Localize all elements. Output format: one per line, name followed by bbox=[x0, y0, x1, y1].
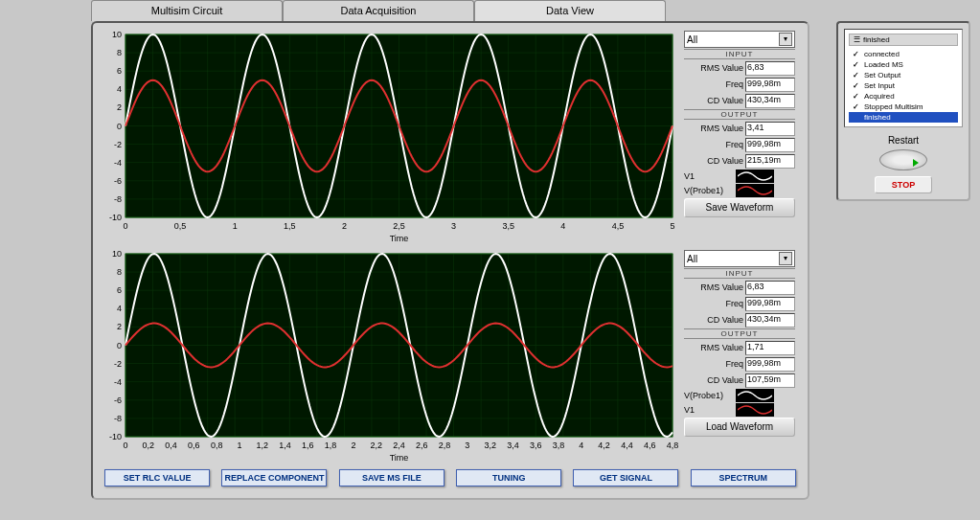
status-item[interactable]: ✓Acquired bbox=[849, 91, 958, 102]
chart2-sidepanel: All▾ INPUT RMS Value6,83 Freq999,98m CD … bbox=[682, 248, 797, 463]
svg-text:0: 0 bbox=[117, 122, 122, 131]
svg-text:2: 2 bbox=[117, 322, 122, 331]
svg-text:4: 4 bbox=[560, 221, 565, 231]
chart1-output-freq: 999,98m bbox=[745, 138, 795, 152]
restart-label: Restart bbox=[844, 135, 963, 146]
svg-text:1,6: 1,6 bbox=[302, 441, 314, 450]
svg-text:0: 0 bbox=[123, 221, 127, 231]
svg-text:2: 2 bbox=[117, 102, 122, 112]
svg-text:4: 4 bbox=[579, 441, 583, 450]
svg-text:8: 8 bbox=[117, 48, 122, 57]
svg-text:2: 2 bbox=[342, 221, 347, 231]
tuning-button[interactable]: TUNING bbox=[456, 469, 561, 486]
status-header: ☰finished bbox=[849, 34, 958, 46]
spectrum-button[interactable]: SPECTRUM bbox=[691, 469, 796, 486]
save-ms-file-button[interactable]: SAVE MS FILE bbox=[339, 469, 444, 486]
chart-1: 1086420-2-4-6-8-1000,511,522,533,544,55T… bbox=[99, 29, 678, 244]
legend-vprobe1-icon bbox=[736, 389, 774, 402]
status-item[interactable]: ✓connected bbox=[849, 49, 958, 59]
set-rlc-button[interactable]: SET RLC VALUE bbox=[104, 469, 210, 486]
chart1-input-rms: 6,83 bbox=[745, 61, 795, 76]
output-header: OUTPUT bbox=[684, 109, 795, 120]
svg-text:4,8: 4,8 bbox=[667, 441, 678, 450]
legend-v1-icon bbox=[736, 170, 774, 183]
chart-2: 1086420-2-4-6-8-1000,20,40,60,811,21,41,… bbox=[99, 248, 678, 463]
svg-text:1,8: 1,8 bbox=[325, 441, 337, 450]
chart2-output-rms: 1,71 bbox=[745, 341, 795, 355]
svg-text:-10: -10 bbox=[109, 213, 122, 222]
chart2-input-cd: 430,34m bbox=[745, 313, 795, 328]
svg-text:4,6: 4,6 bbox=[644, 441, 656, 450]
chart2-input-rms: 6,83 bbox=[745, 281, 795, 295]
tab-multisim[interactable]: Multisim Circuit bbox=[91, 0, 283, 21]
legend-v1-icon bbox=[736, 403, 774, 417]
status-item[interactable]: ✓Loaded MS bbox=[849, 59, 958, 70]
svg-text:-8: -8 bbox=[114, 414, 122, 423]
status-item[interactable]: ✓Set Output bbox=[849, 70, 958, 80]
svg-text:-8: -8 bbox=[114, 194, 122, 204]
svg-text:-2: -2 bbox=[114, 359, 122, 369]
svg-text:1: 1 bbox=[233, 221, 238, 231]
svg-text:5: 5 bbox=[670, 221, 674, 231]
svg-text:-6: -6 bbox=[114, 396, 122, 405]
input-header: INPUT bbox=[684, 49, 795, 59]
svg-text:3: 3 bbox=[451, 221, 456, 231]
svg-text:Time: Time bbox=[390, 453, 409, 463]
svg-text:3,2: 3,2 bbox=[484, 441, 496, 450]
svg-text:4,4: 4,4 bbox=[621, 441, 633, 450]
chart2-output-freq: 999,98m bbox=[745, 357, 795, 372]
svg-text:2: 2 bbox=[351, 441, 355, 450]
get-signal-button[interactable]: GET SIGNAL bbox=[573, 469, 678, 486]
svg-text:-10: -10 bbox=[109, 432, 122, 441]
load-waveform-button[interactable]: Load Waveform bbox=[684, 418, 795, 437]
restart-button[interactable] bbox=[879, 149, 927, 170]
chart1-input-freq: 999,98m bbox=[745, 78, 795, 92]
svg-text:2,4: 2,4 bbox=[393, 441, 405, 450]
svg-text:2,5: 2,5 bbox=[393, 221, 405, 231]
svg-text:6: 6 bbox=[117, 285, 122, 295]
svg-text:10: 10 bbox=[112, 249, 122, 259]
chart1-sidepanel: All▾ INPUT RMS Value6,83 Freq999,98m CD … bbox=[682, 29, 797, 244]
list-icon: ☰ bbox=[854, 35, 860, 44]
tab-acquisition[interactable]: Data Acquisition bbox=[283, 0, 474, 21]
svg-text:3,8: 3,8 bbox=[553, 441, 565, 450]
svg-text:2,6: 2,6 bbox=[416, 441, 428, 450]
stop-button[interactable]: STOP bbox=[875, 176, 932, 193]
svg-text:0,2: 0,2 bbox=[143, 441, 155, 450]
chart2-output-cd: 107,59m bbox=[745, 373, 795, 388]
svg-text:4,2: 4,2 bbox=[598, 441, 610, 450]
svg-text:3,6: 3,6 bbox=[530, 441, 542, 450]
svg-text:6: 6 bbox=[117, 66, 122, 76]
chart1-filter-dropdown[interactable]: All▾ bbox=[684, 31, 795, 48]
svg-text:-4: -4 bbox=[114, 377, 122, 387]
svg-text:3: 3 bbox=[465, 441, 469, 450]
status-item[interactable]: ✓Stopped Multisim bbox=[849, 102, 958, 112]
svg-text:-4: -4 bbox=[114, 158, 122, 168]
svg-text:2,2: 2,2 bbox=[370, 441, 382, 450]
replace-component-button[interactable]: REPLACE COMPONENT bbox=[221, 469, 327, 486]
svg-text:0,6: 0,6 bbox=[188, 441, 200, 450]
save-waveform-button[interactable]: Save Waveform bbox=[684, 198, 795, 217]
svg-text:0,5: 0,5 bbox=[174, 221, 187, 231]
svg-text:0,8: 0,8 bbox=[211, 441, 223, 450]
svg-text:-2: -2 bbox=[114, 140, 122, 149]
svg-text:1,5: 1,5 bbox=[284, 221, 296, 231]
svg-text:1,2: 1,2 bbox=[256, 441, 268, 450]
status-list: ☰finished ✓connected✓Loaded MS✓Set Outpu… bbox=[844, 29, 963, 127]
svg-text:1: 1 bbox=[237, 441, 241, 450]
tab-dataview[interactable]: Data View bbox=[474, 0, 666, 21]
svg-text:2,8: 2,8 bbox=[439, 441, 451, 450]
svg-text:8: 8 bbox=[117, 267, 122, 277]
chart2-filter-dropdown[interactable]: All▾ bbox=[684, 250, 795, 267]
svg-text:0: 0 bbox=[123, 441, 127, 450]
svg-text:0: 0 bbox=[117, 341, 122, 350]
main-panel: 1086420-2-4-6-8-1000,511,522,533,544,55T… bbox=[91, 21, 809, 500]
svg-text:4: 4 bbox=[117, 304, 122, 313]
svg-text:3,5: 3,5 bbox=[502, 221, 514, 231]
status-panel: ☰finished ✓connected✓Loaded MS✓Set Outpu… bbox=[836, 21, 970, 201]
status-item-selected[interactable]: finished bbox=[849, 112, 958, 123]
chart1-output-cd: 215,19m bbox=[745, 154, 795, 169]
svg-text:10: 10 bbox=[112, 30, 122, 39]
status-item[interactable]: ✓Set Input bbox=[849, 80, 958, 91]
svg-text:Time: Time bbox=[390, 234, 409, 243]
